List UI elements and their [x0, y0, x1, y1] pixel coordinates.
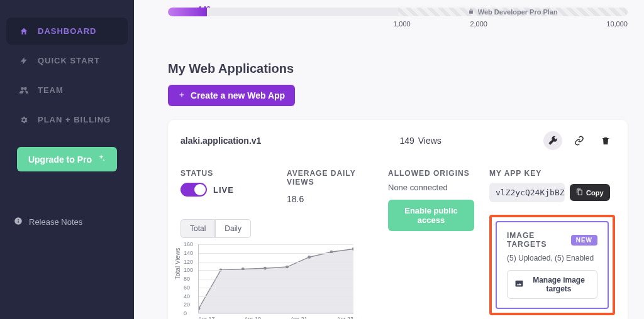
- copy-key-button[interactable]: Copy: [570, 184, 610, 201]
- release-notes-link[interactable]: Release Notes: [0, 209, 134, 235]
- avg-value: 18.6: [287, 194, 373, 204]
- new-badge: NEW: [571, 235, 597, 246]
- delete-button[interactable]: [596, 131, 615, 150]
- appkey-heading: MY APP KEY: [489, 169, 615, 178]
- usage-bar-locked: Web Developer Pro Plan: [398, 8, 628, 16]
- home-icon: [19, 27, 29, 36]
- web-app-card: alaki.application.v1 149 Views: [168, 120, 628, 319]
- svg-point-5: [308, 256, 311, 259]
- enable-public-access-button[interactable]: Enable public access: [388, 200, 474, 231]
- main-content: 149 Web Developer Pro Plan 1,000 2,000 1…: [134, 0, 644, 319]
- users-icon: [19, 86, 29, 95]
- chart-y-tick: 20: [184, 301, 190, 308]
- usage-bar-fill: [168, 8, 207, 16]
- sidebar-item-label: PLAN + BILLING: [38, 115, 111, 124]
- tab-total[interactable]: Total: [180, 219, 215, 238]
- gear-icon: [19, 116, 29, 124]
- usage-meter: 149 Web Developer Pro Plan 1,000 2,000 1…: [168, 8, 628, 28]
- usage-tick: 2,000: [470, 20, 487, 28]
- chart-x-tick: Apr 19: [244, 316, 261, 319]
- info-icon: [14, 217, 23, 227]
- sidebar: DASHBOARD QUICK START TEAM PLAN + BILLIN…: [0, 0, 134, 319]
- app-name: alaki.application.v1: [180, 136, 261, 146]
- chart-y-tick: 0: [184, 310, 187, 316]
- svg-point-3: [264, 267, 267, 270]
- views-chart: Total Views 020406080100120140160 Apr 17…: [180, 244, 353, 319]
- image-targets-panel: IMAGE TARGETS NEW (5) Uploaded, (5) Enab…: [496, 221, 609, 309]
- chart-y-tick: 120: [184, 259, 193, 265]
- create-web-app-button[interactable]: Create a new Web App: [168, 85, 295, 106]
- chart-x-tick: Apr 23: [336, 316, 353, 319]
- status-value: LIVE: [213, 185, 234, 195]
- copy-label: Copy: [586, 189, 604, 197]
- chart-y-tick: 160: [184, 241, 193, 247]
- settings-button[interactable]: [543, 131, 562, 150]
- upgrade-label: Upgrade to Pro: [28, 154, 92, 165]
- image-icon: [515, 279, 523, 289]
- image-targets-highlight: IMAGE TARGETS NEW (5) Uploaded, (5) Enab…: [489, 215, 615, 315]
- lock-icon: [468, 8, 474, 16]
- chart-y-tick: 140: [184, 250, 193, 256]
- targets-subtitle: (5) Uploaded, (5) Enabled: [507, 254, 597, 262]
- chart-y-tick: 60: [184, 284, 190, 291]
- manage-image-targets-button[interactable]: Manage image targets: [507, 270, 597, 299]
- sidebar-item-label: DASHBOARD: [38, 26, 97, 36]
- chart-y-tick: 40: [184, 293, 190, 300]
- status-heading: STATUS: [180, 169, 272, 178]
- manage-label: Manage image targets: [528, 276, 589, 293]
- targets-heading: IMAGE TARGETS: [507, 231, 566, 249]
- chart-y-tick: 100: [184, 267, 193, 273]
- usage-tick: 1,000: [393, 20, 411, 28]
- locked-plan-label: Web Developer Pro Plan: [478, 8, 558, 16]
- release-notes-label: Release Notes: [29, 217, 82, 227]
- page-title: My Web Applications: [168, 62, 628, 76]
- sparkle-icon: [97, 154, 106, 165]
- tab-daily[interactable]: Daily: [215, 219, 251, 238]
- sidebar-item-dashboard[interactable]: DASHBOARD: [6, 18, 128, 45]
- chart-y-label: Total Views: [174, 248, 181, 279]
- origins-heading: ALLOWED ORIGINS: [388, 169, 474, 178]
- copy-icon: [576, 188, 583, 197]
- chart-y-tick: 80: [184, 276, 190, 282]
- chart-x-tick: Apr 21: [291, 316, 308, 319]
- link-button[interactable]: [570, 131, 589, 150]
- create-label: Create a new Web App: [191, 90, 285, 100]
- status-toggle[interactable]: [180, 183, 207, 197]
- app-views-count: 149: [399, 136, 414, 146]
- svg-point-4: [286, 266, 289, 269]
- appkey-value: vlZ2ycQ24KjbBZ…: [489, 183, 565, 202]
- plus-icon: [178, 90, 186, 100]
- sidebar-item-label: TEAM: [38, 85, 64, 95]
- bolt-icon: [19, 57, 29, 65]
- origins-none: None connected: [388, 183, 474, 192]
- usage-bar: Web Developer Pro Plan: [168, 8, 628, 16]
- sidebar-item-plan-billing[interactable]: PLAN + BILLING: [6, 106, 128, 133]
- sidebar-item-team[interactable]: TEAM: [6, 77, 128, 104]
- chart-x-tick: Apr 17: [198, 316, 215, 319]
- sidebar-item-quickstart[interactable]: QUICK START: [6, 47, 128, 74]
- avg-heading: AVERAGE DAILY VIEWS: [287, 169, 373, 187]
- upgrade-pro-button[interactable]: Upgrade to Pro: [17, 147, 117, 171]
- app-views-label: Views: [418, 136, 441, 146]
- sidebar-item-label: QUICK START: [38, 56, 100, 65]
- usage-tick: 10,000: [606, 20, 628, 28]
